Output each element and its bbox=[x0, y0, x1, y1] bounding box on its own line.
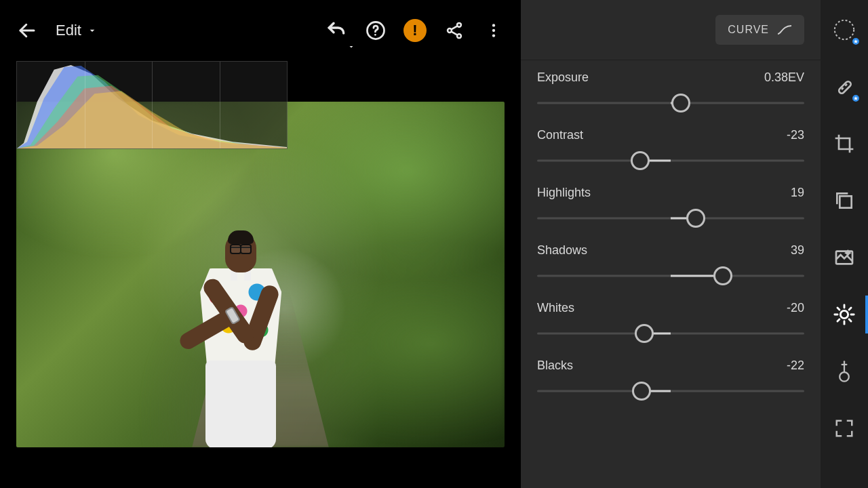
versions-icon[interactable] bbox=[829, 186, 859, 216]
light-sliders: Exposure 0.38EV Contrast -23 Highlights … bbox=[537, 70, 804, 400]
svg-line-22 bbox=[837, 308, 840, 310]
exposure-slider[interactable]: Exposure 0.38EV bbox=[537, 70, 804, 112]
help-button[interactable] bbox=[359, 14, 392, 47]
svg-rect-15 bbox=[840, 196, 851, 207]
top-toolbar: Edit ! bbox=[0, 0, 521, 61]
svg-line-23 bbox=[849, 319, 851, 321]
svg-point-9 bbox=[492, 29, 495, 32]
heal-icon[interactable] bbox=[829, 72, 859, 102]
chevron-down-icon bbox=[347, 43, 355, 51]
svg-point-8 bbox=[492, 24, 495, 26]
svg-line-24 bbox=[837, 319, 840, 321]
photo-preview bbox=[16, 102, 505, 447]
blacks-slider[interactable]: Blacks -22 bbox=[537, 359, 804, 400]
svg-point-3 bbox=[457, 23, 461, 27]
whites-slider[interactable]: Whites -20 bbox=[537, 301, 804, 342]
more-button[interactable] bbox=[477, 14, 510, 47]
warning-icon: ! bbox=[403, 19, 427, 42]
svg-point-10 bbox=[492, 34, 495, 37]
panel-divider bbox=[521, 60, 821, 60]
svg-line-6 bbox=[452, 26, 458, 29]
badge-star-icon bbox=[851, 94, 861, 103]
slider-value: 0.38EV bbox=[764, 70, 804, 85]
lens-icon[interactable] bbox=[829, 15, 859, 45]
svg-line-7 bbox=[452, 32, 458, 35]
chevron-down-icon bbox=[87, 25, 98, 36]
histogram[interactable] bbox=[16, 61, 288, 149]
highlights-slider[interactable]: Highlights 19 bbox=[537, 186, 804, 227]
slider-label: Shadows bbox=[537, 243, 587, 258]
svg-point-26 bbox=[840, 372, 849, 382]
svg-line-14 bbox=[845, 84, 847, 86]
svg-point-5 bbox=[457, 34, 461, 38]
slider-label: Contrast bbox=[537, 128, 583, 142]
slider-value: 19 bbox=[791, 186, 804, 200]
badge-star-icon bbox=[851, 37, 861, 46]
svg-line-25 bbox=[849, 308, 851, 310]
color-icon[interactable] bbox=[829, 357, 859, 386]
slider-label: Blacks bbox=[537, 359, 573, 373]
light-icon[interactable] bbox=[829, 300, 859, 329]
curve-button[interactable]: CURVE bbox=[715, 15, 804, 45]
mode-label: Edit bbox=[56, 22, 81, 39]
slider-label: Exposure bbox=[537, 70, 589, 85]
contrast-slider[interactable]: Contrast -23 bbox=[537, 128, 804, 169]
curve-label: CURVE bbox=[728, 24, 769, 36]
shadows-slider[interactable]: Shadows 39 bbox=[537, 243, 804, 285]
fullscreen-icon[interactable] bbox=[829, 413, 859, 443]
edit-panel: CURVE Exposure 0.38EV Contrast -23 bbox=[521, 0, 821, 488]
svg-point-17 bbox=[840, 310, 848, 318]
main-canvas-area: Edit ! bbox=[0, 0, 521, 488]
slider-value: -22 bbox=[787, 359, 804, 373]
share-button[interactable] bbox=[438, 14, 471, 47]
svg-line-13 bbox=[842, 87, 844, 89]
slider-label: Highlights bbox=[537, 186, 591, 200]
svg-point-11 bbox=[835, 20, 854, 39]
histogram-grid bbox=[17, 62, 287, 148]
crop-icon[interactable] bbox=[829, 129, 859, 159]
sync-warning-badge[interactable]: ! bbox=[399, 14, 431, 47]
back-button[interactable] bbox=[11, 14, 43, 47]
slider-value: 39 bbox=[791, 243, 804, 258]
svg-point-4 bbox=[448, 28, 452, 33]
slider-label: Whites bbox=[537, 301, 574, 315]
tool-rail bbox=[821, 0, 868, 488]
curve-icon bbox=[777, 25, 792, 35]
svg-rect-12 bbox=[838, 81, 852, 95]
slider-value: -23 bbox=[787, 128, 804, 142]
presets-icon[interactable] bbox=[829, 243, 859, 272]
undo-button[interactable] bbox=[320, 14, 353, 47]
svg-point-2 bbox=[374, 34, 376, 36]
slider-value: -20 bbox=[787, 301, 804, 315]
mode-dropdown[interactable]: Edit bbox=[50, 22, 103, 39]
